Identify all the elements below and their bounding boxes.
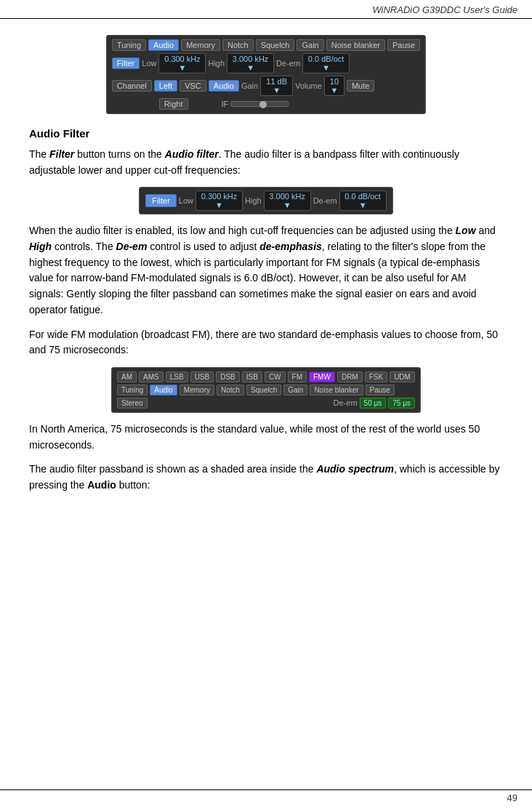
- gain-label-1: Gain: [241, 81, 258, 90]
- 75us-btn[interactable]: 75 μs: [388, 398, 415, 409]
- left-btn[interactable]: Left: [154, 80, 177, 92]
- mode-row: AM AMS LSB USB DSB ISB CW FM FMW DRM FSK…: [117, 371, 415, 382]
- nav-row-2: Tuning Audio Memory Notch Squelch Gain N…: [117, 385, 415, 395]
- tuning-btn-2[interactable]: Tuning: [117, 385, 148, 395]
- ui-row-2: Filter Low 0.300 kHz ▼ High 3.000 kHz ▼ …: [112, 53, 420, 73]
- deem-label-1: De-em: [276, 59, 300, 68]
- squelch-btn-2[interactable]: Squelch: [246, 385, 281, 395]
- audio-btn-3[interactable]: Audio: [150, 385, 177, 395]
- paragraph-5: The audio filter passband is shown as a …: [29, 462, 503, 493]
- noise-blanker-btn-2[interactable]: Noise blanker: [310, 385, 363, 395]
- notch-btn-1[interactable]: Notch: [222, 39, 254, 51]
- gain-value-1[interactable]: 11 dB ▼: [260, 76, 293, 96]
- audio-btn-2[interactable]: Audio: [209, 80, 239, 92]
- gain-btn-2[interactable]: Gain: [283, 385, 307, 395]
- deem-value-1[interactable]: 0.0 dB/oct ▼: [302, 53, 350, 73]
- low-label-1: Low: [142, 59, 156, 68]
- dsb-btn[interactable]: DSB: [216, 371, 240, 382]
- volume-value-1[interactable]: 10 ▼: [324, 76, 344, 96]
- mute-btn[interactable]: Mute: [347, 80, 374, 92]
- ui-panel-1: Tuning Audio Memory Notch Squelch Gain N…: [106, 35, 426, 114]
- pause-btn-2[interactable]: Pause: [366, 385, 395, 395]
- 50us-btn[interactable]: 50 μs: [360, 398, 387, 409]
- noise-blanker-btn-1[interactable]: Noise blanker: [326, 39, 385, 51]
- filter-btn-1[interactable]: Filter: [112, 57, 140, 69]
- audio-spectrum-term: Audio spectrum: [316, 463, 394, 475]
- slider-thumb: [259, 101, 267, 108]
- audio-btn-term: Audio: [87, 479, 116, 491]
- right-btn[interactable]: Right: [159, 98, 188, 110]
- tuning-btn[interactable]: Tuning: [112, 39, 146, 51]
- page-header: WiNRADiO G39DDC User's Guide: [0, 0, 532, 19]
- cw-btn[interactable]: CW: [265, 371, 286, 382]
- section-title: Audio Filter: [29, 127, 503, 140]
- paragraph-3: For wide FM modulation (broadcast FM), t…: [29, 327, 503, 358]
- paragraph-1: The Filter button turns on the Audio fil…: [29, 147, 503, 178]
- stereo-btn[interactable]: Stereo: [117, 398, 147, 409]
- content-area: Tuning Audio Memory Notch Squelch Gain N…: [0, 19, 532, 531]
- page-container: WiNRADiO G39DDC User's Guide Tuning Audi…: [0, 0, 532, 812]
- low-term: Low: [456, 225, 476, 236]
- low-value-bar[interactable]: 0.300 kHz ▼: [196, 190, 243, 211]
- fsk-btn[interactable]: FSK: [365, 371, 387, 382]
- filter-bar-screenshot: Filter Low 0.300 kHz ▼ High 3.000 kHz ▼ …: [29, 187, 503, 214]
- ui-screenshot-2: AM AMS LSB USB DSB ISB CW FM FMW DRM FSK…: [29, 367, 503, 413]
- ui-row-4: Right IF: [112, 98, 420, 110]
- page-number: 49: [507, 792, 517, 803]
- ui-row-1: Tuning Audio Memory Notch Squelch Gain N…: [112, 39, 420, 51]
- isb-btn[interactable]: ISB: [242, 371, 262, 382]
- filter-term: Filter: [49, 148, 74, 160]
- drm-btn[interactable]: DRM: [337, 371, 363, 382]
- footer-divider: [0, 789, 532, 790]
- deem-label-2: De-em: [334, 398, 358, 407]
- squelch-btn-1[interactable]: Squelch: [256, 39, 295, 51]
- gain-btn-1[interactable]: Gain: [297, 39, 323, 51]
- memory-btn-2[interactable]: Memory: [180, 385, 214, 395]
- paragraph-4: In North America, 75 microseconds is the…: [29, 422, 503, 453]
- if-label: IF: [222, 100, 229, 108]
- audio-btn-1[interactable]: Audio: [148, 39, 179, 51]
- low-value-1[interactable]: 0.300 kHz ▼: [158, 53, 206, 73]
- udm-btn[interactable]: UDM: [390, 371, 415, 382]
- ui-panel-2: AM AMS LSB USB DSB ISB CW FM FMW DRM FSK…: [111, 367, 421, 413]
- high-label-1: High: [208, 59, 225, 68]
- am-btn[interactable]: AM: [117, 371, 137, 382]
- deem-row: Stereo De-em 50 μs 75 μs: [117, 398, 415, 409]
- pause-btn-1[interactable]: Pause: [387, 39, 420, 51]
- ams-btn[interactable]: AMS: [139, 371, 164, 382]
- high-value-1[interactable]: 3.000 kHz ▼: [227, 53, 274, 73]
- vsc-btn[interactable]: VSC: [180, 80, 206, 92]
- ui-row-3: Channel Left VSC Audio Gain 11 dB ▼ Volu…: [112, 76, 420, 96]
- filter-btn-bar[interactable]: Filter: [145, 194, 176, 207]
- fm-btn[interactable]: FM: [288, 371, 307, 382]
- lsb-btn[interactable]: LSB: [166, 371, 188, 382]
- deem-label-bar: De-em: [313, 196, 337, 205]
- audio-filter-term: Audio filter: [165, 148, 219, 160]
- de-emphasis-term: de-emphasis: [259, 241, 322, 252]
- fmw-btn[interactable]: FMW: [309, 371, 335, 382]
- if-slider[interactable]: [230, 101, 289, 107]
- header-title: WiNRADiO G39DDC User's Guide: [372, 4, 517, 15]
- high-label-bar: High: [245, 196, 262, 205]
- high-term: High: [29, 241, 52, 252]
- deem-term: De-em: [116, 241, 148, 252]
- usb-btn[interactable]: USB: [190, 371, 214, 382]
- high-value-bar[interactable]: 3.000 kHz ▼: [264, 190, 311, 211]
- ui-screenshot-1: Tuning Audio Memory Notch Squelch Gain N…: [29, 35, 503, 114]
- paragraph-2: When the audio filter is enabled, its lo…: [29, 223, 503, 318]
- deem-value-bar[interactable]: 0.0 dB/oct ▼: [339, 190, 387, 211]
- notch-btn-2[interactable]: Notch: [217, 385, 244, 395]
- volume-label-1: Volume: [295, 81, 322, 90]
- low-label-bar: Low: [179, 196, 193, 205]
- memory-btn-1[interactable]: Memory: [181, 39, 220, 51]
- channel-btn[interactable]: Channel: [112, 80, 152, 92]
- filter-bar: Filter Low 0.300 kHz ▼ High 3.000 kHz ▼ …: [139, 187, 392, 214]
- section-title-text: Audio Filter: [29, 127, 89, 140]
